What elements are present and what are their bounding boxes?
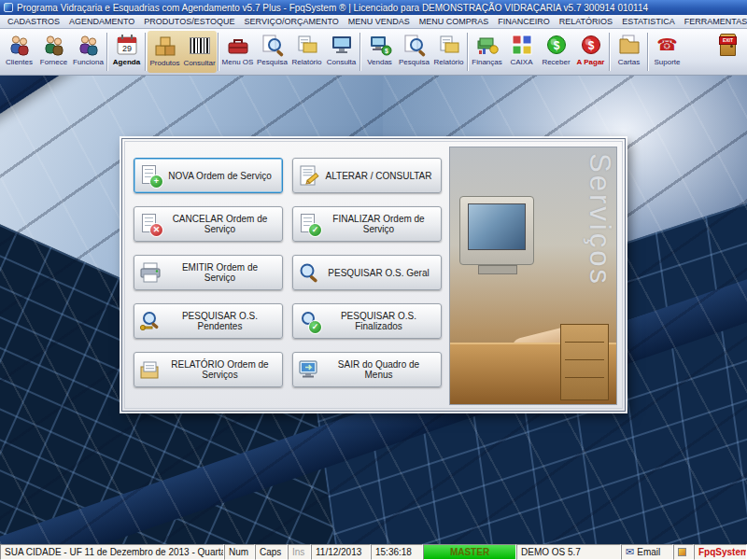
status-time: 15:36:18: [371, 544, 423, 560]
search-icon: [402, 32, 427, 58]
toolbar-menu-os[interactable]: Menu OS: [220, 30, 255, 74]
photo-drawer-unit: [560, 324, 609, 400]
monitor-icon: [330, 32, 354, 58]
nova-os-button[interactable]: + NOVA Ordem de Serviço: [134, 158, 283, 193]
svg-text:$: $: [553, 39, 559, 52]
report-icon: [437, 32, 461, 58]
toolbar-label: Consulta: [327, 58, 357, 67]
toolbar-receber[interactable]: $ Receber: [539, 30, 573, 74]
toolbar-label: A Pagar: [577, 58, 605, 67]
pesquisar-os-geral-button[interactable]: PESQUISAR O.S. Geral: [292, 255, 442, 290]
photo-monitor: [459, 196, 534, 265]
menu-compras[interactable]: MENU COMPRAS: [415, 17, 494, 26]
alterar-consultar-button[interactable]: ALTERAR / CONSULTAR: [292, 158, 442, 193]
services-side-image: Serviços: [449, 147, 617, 405]
toolbar-label: CAIXA: [510, 58, 532, 67]
toolbar-label: Finanças: [472, 58, 501, 67]
toolbar-label: Clientes: [6, 58, 33, 67]
envelope-icon: ✉: [626, 546, 634, 558]
toolbar-pesquisa-os[interactable]: Pesquisa: [255, 30, 289, 74]
menu-agendamento[interactable]: AGENDAMENTO: [64, 17, 139, 26]
toolbar-cartas[interactable]: Cartas: [612, 30, 646, 74]
toolbar-relatorio-os[interactable]: Relatório: [289, 30, 324, 74]
status-user: MASTER: [423, 544, 516, 560]
menu-ferramentas[interactable]: FERRAMENTAS: [680, 17, 747, 26]
button-label: PESQUISAR O.S. Pendentes: [165, 311, 278, 331]
toolbar-suporte[interactable]: ☎ Suporte: [650, 30, 684, 74]
report-stack-icon: [138, 358, 163, 381]
menu-estatistica[interactable]: ESTATISTICA: [617, 17, 680, 26]
sair-menu-button[interactable]: SAIR do Quadro de Menus: [292, 352, 442, 387]
relatorio-os-button[interactable]: RELATÓRIO Ordem de Serviços: [134, 352, 283, 387]
toolbar-pagar[interactable]: $ A Pagar: [573, 30, 608, 74]
services-vertical-caption: Serviços: [583, 153, 616, 287]
toolbar-produtos[interactable]: Produtos: [148, 31, 182, 73]
services-button-grid: + NOVA Ordem de Serviço ALTERAR / CONSUL…: [134, 158, 442, 387]
button-label: PESQUISAR O.S. Finalizados: [324, 311, 437, 331]
menu-servico-orcamento[interactable]: SERVIÇO/ORÇAMENTO: [240, 17, 344, 26]
toolbar-label: Funciona: [73, 58, 104, 67]
toolbar-label: Consultar: [183, 59, 215, 68]
toolbar-consulta-os[interactable]: Consulta: [324, 30, 359, 74]
exit-door-icon: EXIT: [720, 32, 736, 58]
button-label: EMITIR Ordem de Serviço: [165, 262, 278, 283]
toolbar-label: Produtos: [149, 59, 179, 68]
toolbar-label: Suporte: [654, 58, 680, 67]
toolbar-label: Receber: [542, 58, 570, 67]
toolbar-label: Agenda: [113, 58, 140, 67]
status-location-date: SUA CIDADE - UF 11 de Dezembro de 2013 -…: [0, 544, 224, 560]
svg-text:$: $: [587, 39, 594, 52]
status-capslock: Caps: [255, 544, 288, 560]
printer-icon: [138, 261, 163, 284]
toolbar-exit[interactable]: EXIT: [711, 30, 745, 74]
toolbar-relatorio-vendas[interactable]: Relatório: [431, 30, 466, 74]
products-boxes-icon: [153, 33, 177, 59]
status-email-label: Email: [637, 547, 660, 557]
toolbar-separator: [218, 33, 219, 71]
button-label: SAIR do Quadro de Menus: [324, 359, 437, 380]
pesquisar-os-pendentes-button[interactable]: PESQUISAR O.S. Pendentes: [134, 303, 283, 339]
search-done-icon: ✓: [297, 310, 322, 332]
search-icon: [297, 261, 322, 284]
cancel-document-icon: ✕: [138, 213, 163, 235]
toolbar-clientes[interactable]: Clientes: [2, 30, 36, 74]
toolbar-caixa[interactable]: CAIXA: [504, 30, 539, 74]
clients-icon: [7, 32, 32, 58]
toolbar-label: Pesquisa: [257, 58, 288, 67]
svg-text:$: $: [385, 48, 388, 55]
toolbar-pesquisa-vendas[interactable]: Pesquisa: [397, 30, 431, 74]
toolbar-label: Pesquisa: [399, 58, 430, 67]
finalizar-os-button[interactable]: ✓ FINALIZAR Ordem de Serviço: [292, 206, 442, 242]
title-bar: Programa Vidraçaria e Esquadrias com Age…: [0, 0, 747, 15]
toolbar-agenda[interactable]: 29 Agenda: [109, 30, 144, 74]
pesquisar-os-finalizados-button[interactable]: ✓ PESQUISAR O.S. Finalizados: [292, 303, 442, 339]
menu-bar: CADASTROS AGENDAMENTO PRODUTOS/ESTOQUE S…: [0, 15, 747, 29]
toolbar-fornecedores[interactable]: Fornece: [36, 30, 71, 74]
status-page-indicator: [673, 544, 694, 560]
toolbar-separator: [647, 33, 649, 71]
edit-pencil-icon: [297, 164, 322, 187]
toolbar-financas[interactable]: Finanças: [470, 30, 504, 74]
svg-text:29: 29: [121, 44, 131, 53]
toolbar-consultar-produto[interactable]: Consultar: [182, 31, 217, 73]
toolbar-vendas[interactable]: $ Vendas: [362, 30, 397, 74]
status-insert: Ins: [288, 544, 311, 560]
photo-monitor-base: [478, 265, 517, 274]
sales-register-icon: $: [368, 32, 392, 58]
menu-relatorios[interactable]: RELATÓRIOS: [555, 17, 617, 26]
button-label: ALTERAR / CONSULTAR: [324, 171, 437, 181]
receivable-dollar-icon: $: [545, 32, 568, 58]
toolbar-label: Relatório: [291, 58, 321, 67]
toolbar-funcionarios[interactable]: Funciona: [71, 30, 106, 74]
menu-produtos-estoque[interactable]: PRODUTOS/ESTOQUE: [139, 17, 239, 26]
menu-vendas[interactable]: MENU VENDAS: [344, 17, 415, 26]
toolbar-label: Cartas: [618, 58, 641, 67]
status-email[interactable]: ✉ Email: [621, 544, 673, 560]
toolbar-separator: [145, 33, 147, 71]
window-title: Programa Vidraçaria e Esquadrias com Age…: [17, 3, 648, 13]
emitir-os-button[interactable]: EMITIR Ordem de Serviço: [134, 255, 283, 290]
exit-monitor-icon: [297, 358, 322, 381]
menu-financeiro[interactable]: FINANCEIRO: [493, 17, 555, 26]
cancelar-os-button[interactable]: ✕ CANCELAR Ordem de Serviço: [134, 206, 283, 242]
menu-cadastros[interactable]: CADASTROS: [3, 17, 64, 26]
